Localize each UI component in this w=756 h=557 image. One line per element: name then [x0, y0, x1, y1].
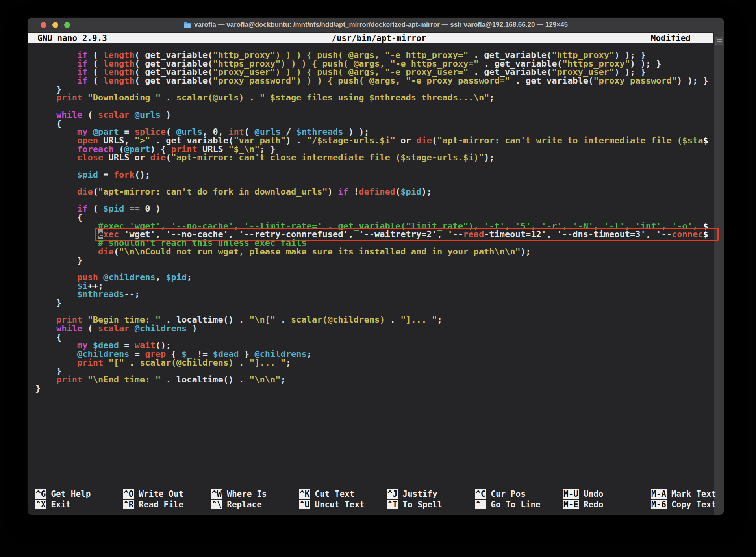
code-line: $nthreads--;	[35, 290, 710, 299]
shortcut-label: Exit	[51, 500, 71, 509]
shortcut-label: Replace	[227, 500, 262, 509]
code-line: exec 'wget', '--no-cache', '--retry-conn…	[35, 230, 710, 239]
minimize-button[interactable]	[52, 22, 58, 28]
window-titlebar[interactable]: varofla — varofla@dockbuntu: /mnt/nfs/hd…	[28, 18, 724, 32]
shortcut-key: ^\	[211, 500, 222, 509]
code-line: {	[35, 213, 710, 222]
code-line: $i++;	[35, 282, 710, 290]
code-line	[35, 307, 710, 316]
shortcut-label: Go To Line	[491, 500, 540, 509]
code-line	[35, 102, 710, 111]
shortcut-key: ^U	[299, 500, 310, 509]
shortcut-key: M-U	[563, 489, 579, 499]
code-line: print "\nEnd time: " . localtime() . "\n…	[35, 375, 710, 384]
shortcut-key: ^K	[299, 489, 310, 499]
code-line: {	[35, 333, 710, 342]
shortcut-item: ^TTo Spell	[387, 499, 442, 510]
code-line	[35, 162, 710, 171]
code-line: my @part = splice( @urls, 0, int( @urls …	[35, 128, 710, 136]
traffic-lights	[41, 18, 70, 32]
shortcut-item: ^XExit	[35, 499, 71, 510]
code-line: @childrens = grep { $_ != $dead } @child…	[35, 350, 710, 358]
shortcut-label: Cut Text	[315, 489, 354, 499]
shortcut-label: Where Is	[227, 489, 267, 499]
code-line	[35, 264, 710, 273]
code-line: close URLS or die("apt-mirror: can't clo…	[35, 153, 710, 162]
terminal-content[interactable]: GNU nano 2.9.3 /usr/bin/apt-mirror Modif…	[28, 32, 724, 515]
shortcut-item: ^UUncut Text	[299, 499, 365, 510]
shortcut-label: Read File	[139, 500, 183, 509]
zoom-button[interactable]	[64, 22, 70, 28]
code-line: my $dead = wait();	[35, 341, 710, 350]
code-line	[35, 179, 710, 188]
shortcut-key: ^_	[475, 500, 486, 509]
code-line: if ( $pid == 0 )	[35, 204, 710, 213]
shortcut-key: M-A	[651, 489, 667, 499]
shortcut-item: M-AMark Text	[651, 489, 716, 499]
shortcut-item: ^WWhere Is	[211, 489, 267, 499]
shortcut-key: ^T	[387, 500, 398, 509]
code-area[interactable]: if ( length( get_variable("http_proxy") …	[35, 51, 710, 393]
folder-icon	[183, 22, 191, 28]
shortcut-key: M-6	[651, 500, 667, 509]
scroll-indicator-icon[interactable]	[715, 37, 723, 45]
code-line: if ( length( get_variable("http_proxy") …	[35, 51, 710, 59]
shortcut-label: Uncut Text	[315, 500, 364, 509]
code-line: {	[35, 119, 710, 128]
shortcut-label: Cur Pos	[491, 489, 526, 499]
shortcut-item: ^RRead File	[123, 499, 183, 510]
shortcut-label: Copy Text	[671, 500, 716, 509]
shortcut-key: ^X	[35, 500, 46, 509]
window-title: varofla — varofla@dockbuntu: /mnt/nfs/hd…	[194, 21, 568, 29]
shortcut-label: Write Out	[139, 489, 183, 499]
code-line: print "[" . scalar(@childrens) . "]... "…	[35, 358, 710, 367]
shortcut-key: ^W	[211, 489, 222, 499]
code-line: }	[35, 384, 710, 393]
shortcut-label: Justify	[402, 489, 437, 499]
code-line: die("apt-mirror: can't do fork in downlo…	[35, 188, 710, 196]
shortcut-key: ^R	[123, 500, 134, 509]
shortcut-item: ^OWrite Out	[123, 489, 183, 499]
code-line: open URLS, ">" . get_variable("var_path"…	[35, 136, 710, 145]
shortcut-key: ^G	[35, 489, 46, 499]
code-line: $pid = fork();	[35, 171, 710, 179]
shortcut-label: Redo	[584, 500, 604, 509]
shortcut-item: ^_Go To Line	[475, 499, 541, 510]
nano-modified-status: Modified	[651, 33, 713, 43]
code-line: if ( length( get_variable("https_proxy")…	[35, 59, 710, 68]
shortcut-key: ^C	[475, 489, 486, 499]
terminal-window: varofla — varofla@dockbuntu: /mnt/nfs/hd…	[28, 18, 724, 515]
code-line: while ( scalar @childrens )	[35, 324, 710, 333]
code-line: }	[35, 256, 710, 265]
shortcut-item: M-6Copy Text	[651, 499, 716, 510]
shortcut-item: ^\Replace	[211, 499, 262, 510]
nano-file-path: /usr/bin/apt-mirror	[332, 33, 426, 43]
close-button[interactable]	[41, 22, 46, 28]
shortcut-item: M-UUndo	[563, 489, 604, 499]
shortcut-key: ^J	[387, 489, 398, 499]
window-title-wrap: varofla — varofla@dockbuntu: /mnt/nfs/hd…	[28, 21, 724, 29]
code-line: #exec 'wget', '--no-cache', '--limit-rat…	[35, 222, 710, 230]
shortcut-row: ^GGet Help^OWrite Out^WWhere Is^KCut Tex…	[35, 489, 712, 499]
code-line: print "Downloading " . scalar(@urls) . "…	[35, 93, 710, 102]
shortcut-label: Get Help	[51, 489, 91, 499]
code-line: die("\n\nCould not run wget, please make…	[35, 247, 710, 256]
code-line: push @childrens, $pid;	[35, 273, 710, 282]
shortcut-key: ^O	[123, 489, 134, 499]
code-line: foreach (@part) { print URLS "$_\n"; }	[35, 145, 710, 154]
shortcut-key: M-E	[563, 500, 579, 509]
shortcut-label: Undo	[584, 489, 604, 499]
code-line: }	[35, 299, 710, 307]
nano-header: GNU nano 2.9.3 /usr/bin/apt-mirror Modif…	[28, 33, 713, 43]
shortcut-label: To Spell	[402, 500, 442, 509]
code-line: print "Begin time: " . localtime() . "\n…	[35, 316, 710, 324]
code-line: if ( length( get_variable("proxy_user") …	[35, 68, 710, 76]
shortcut-item: ^GGet Help	[35, 489, 91, 499]
code-line	[35, 196, 710, 205]
shortcut-bar: ^GGet Help^OWrite Out^WWhere Is^KCut Tex…	[35, 489, 712, 510]
code-line: # shouldn't reach this unless exec fails	[35, 239, 710, 247]
shortcut-label: Mark Text	[671, 489, 716, 499]
nano-version: GNU nano 2.9.3	[28, 33, 107, 43]
shortcut-row: ^XExit^RRead File^\Replace^UUncut Text^T…	[35, 499, 712, 510]
scrollbar-track[interactable]	[714, 32, 724, 515]
